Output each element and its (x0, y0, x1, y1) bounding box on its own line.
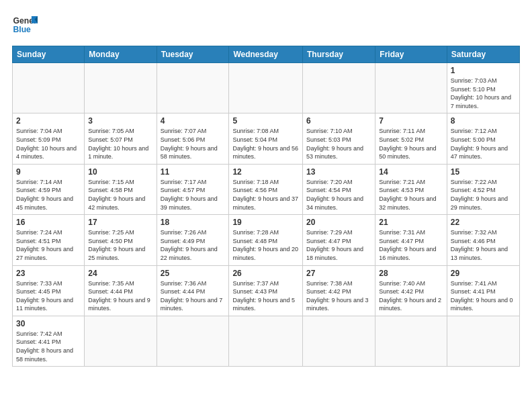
day-info: Sunrise: 7:05 AM Sunset: 5:07 PM Dayligh… (88, 127, 152, 161)
day-info: Sunrise: 7:07 AM Sunset: 5:06 PM Dayligh… (161, 127, 226, 161)
calendar-day-cell: 12Sunrise: 7:18 AM Sunset: 4:56 PM Dayli… (229, 164, 303, 214)
day-number: 20 (306, 218, 371, 227)
calendar-day-cell: 14Sunrise: 7:21 AM Sunset: 4:53 PM Dayli… (375, 164, 447, 214)
day-info: Sunrise: 7:35 AM Sunset: 4:44 PM Dayligh… (88, 279, 152, 313)
weekday-header-thursday: Thursday (303, 46, 375, 63)
day-number: 26 (232, 269, 299, 278)
calendar-day-cell: 26Sunrise: 7:37 AM Sunset: 4:43 PM Dayli… (229, 265, 303, 316)
day-info: Sunrise: 7:24 AM Sunset: 4:51 PM Dayligh… (16, 228, 81, 262)
day-number: 9 (16, 167, 81, 177)
calendar-day-cell: 5Sunrise: 7:08 AM Sunset: 5:04 PM Daylig… (229, 113, 303, 164)
day-number: 13 (306, 167, 371, 177)
weekday-header-monday: Monday (85, 46, 157, 63)
weekday-header-tuesday: Tuesday (157, 46, 229, 63)
calendar-week-row: 9Sunrise: 7:14 AM Sunset: 4:59 PM Daylig… (13, 164, 520, 214)
weekday-header-sunday: Sunday (13, 46, 85, 63)
day-info: Sunrise: 7:04 AM Sunset: 5:09 PM Dayligh… (16, 127, 81, 161)
calendar-day-cell: 4Sunrise: 7:07 AM Sunset: 5:06 PM Daylig… (157, 113, 229, 164)
day-number: 23 (16, 269, 81, 278)
day-info: Sunrise: 7:03 AM Sunset: 5:10 PM Dayligh… (451, 77, 516, 110)
day-info: Sunrise: 7:12 AM Sunset: 5:00 PM Dayligh… (451, 127, 516, 161)
day-number: 10 (88, 167, 152, 177)
calendar-day-cell: 20Sunrise: 7:29 AM Sunset: 4:47 PM Dayli… (303, 215, 375, 265)
calendar-day-cell: 11Sunrise: 7:17 AM Sunset: 4:57 PM Dayli… (157, 164, 229, 214)
day-info: Sunrise: 7:33 AM Sunset: 4:45 PM Dayligh… (16, 279, 81, 313)
calendar-table: SundayMondayTuesdayWednesdayThursdayFrid… (12, 46, 520, 367)
calendar-day-cell: 23Sunrise: 7:33 AM Sunset: 4:45 PM Dayli… (13, 265, 85, 316)
day-number: 16 (16, 218, 81, 227)
day-number: 19 (232, 218, 299, 227)
day-info: Sunrise: 7:32 AM Sunset: 4:46 PM Dayligh… (451, 228, 516, 262)
calendar-day-cell (375, 316, 447, 366)
calendar-day-cell: 27Sunrise: 7:38 AM Sunset: 4:42 PM Dayli… (303, 265, 375, 316)
weekday-header-friday: Friday (375, 46, 447, 63)
day-number: 3 (88, 116, 152, 126)
day-number: 17 (88, 218, 152, 227)
day-info: Sunrise: 7:38 AM Sunset: 4:42 PM Dayligh… (306, 279, 371, 313)
day-number: 8 (451, 116, 516, 126)
day-info: Sunrise: 7:08 AM Sunset: 5:04 PM Dayligh… (232, 127, 299, 161)
day-info: Sunrise: 7:22 AM Sunset: 4:52 PM Dayligh… (451, 178, 516, 212)
day-number: 2 (16, 116, 81, 126)
calendar-day-cell: 17Sunrise: 7:25 AM Sunset: 4:50 PM Dayli… (85, 215, 157, 265)
day-info: Sunrise: 7:10 AM Sunset: 5:03 PM Dayligh… (306, 127, 371, 161)
day-info: Sunrise: 7:17 AM Sunset: 4:57 PM Dayligh… (161, 178, 226, 212)
calendar-day-cell: 28Sunrise: 7:40 AM Sunset: 4:42 PM Dayli… (375, 265, 447, 316)
day-info: Sunrise: 7:15 AM Sunset: 4:58 PM Dayligh… (88, 178, 152, 212)
day-info: Sunrise: 7:29 AM Sunset: 4:47 PM Dayligh… (306, 228, 371, 262)
calendar-day-cell (157, 63, 229, 113)
day-info: Sunrise: 7:11 AM Sunset: 5:02 PM Dayligh… (379, 127, 443, 161)
day-number: 18 (161, 218, 226, 227)
day-number: 7 (379, 116, 443, 126)
day-number: 14 (379, 167, 443, 177)
calendar-day-cell (13, 63, 85, 113)
day-info: Sunrise: 7:40 AM Sunset: 4:42 PM Dayligh… (379, 279, 443, 313)
calendar-week-row: 2Sunrise: 7:04 AM Sunset: 5:09 PM Daylig… (13, 113, 520, 164)
day-number: 12 (232, 167, 299, 177)
day-number: 27 (306, 269, 371, 278)
day-number: 1 (451, 66, 516, 75)
calendar-day-cell (229, 63, 303, 113)
logo: General Blue (12, 12, 38, 38)
day-info: Sunrise: 7:36 AM Sunset: 4:44 PM Dayligh… (161, 279, 226, 313)
calendar-day-cell: 9Sunrise: 7:14 AM Sunset: 4:59 PM Daylig… (13, 164, 85, 214)
day-number: 11 (161, 167, 226, 177)
day-number: 4 (161, 116, 226, 126)
day-number: 29 (451, 269, 516, 278)
header-section: General Blue (12, 12, 520, 38)
calendar-day-cell (85, 63, 157, 113)
day-info: Sunrise: 7:28 AM Sunset: 4:48 PM Dayligh… (232, 228, 299, 262)
calendar-day-cell: 13Sunrise: 7:20 AM Sunset: 4:54 PM Dayli… (303, 164, 375, 214)
day-info: Sunrise: 7:25 AM Sunset: 4:50 PM Dayligh… (88, 228, 152, 262)
calendar-day-cell: 2Sunrise: 7:04 AM Sunset: 5:09 PM Daylig… (13, 113, 85, 164)
calendar-day-cell: 3Sunrise: 7:05 AM Sunset: 5:07 PM Daylig… (85, 113, 157, 164)
day-info: Sunrise: 7:18 AM Sunset: 4:56 PM Dayligh… (232, 178, 299, 212)
calendar-day-cell: 7Sunrise: 7:11 AM Sunset: 5:02 PM Daylig… (375, 113, 447, 164)
calendar-week-row: 1Sunrise: 7:03 AM Sunset: 5:10 PM Daylig… (13, 63, 520, 113)
day-number: 6 (306, 116, 371, 126)
calendar-week-row: 23Sunrise: 7:33 AM Sunset: 4:45 PM Dayli… (13, 265, 520, 316)
day-number: 28 (379, 269, 443, 278)
weekday-header-row: SundayMondayTuesdayWednesdayThursdayFrid… (13, 46, 520, 63)
calendar-day-cell: 1Sunrise: 7:03 AM Sunset: 5:10 PM Daylig… (447, 63, 519, 113)
day-info: Sunrise: 7:26 AM Sunset: 4:49 PM Dayligh… (161, 228, 226, 262)
calendar-day-cell: 29Sunrise: 7:41 AM Sunset: 4:41 PM Dayli… (447, 265, 519, 316)
day-number: 30 (16, 319, 81, 328)
day-info: Sunrise: 7:42 AM Sunset: 4:41 PM Dayligh… (16, 330, 81, 363)
day-info: Sunrise: 7:20 AM Sunset: 4:54 PM Dayligh… (306, 178, 371, 212)
calendar-day-cell (303, 63, 375, 113)
weekday-header-wednesday: Wednesday (229, 46, 303, 63)
day-info: Sunrise: 7:31 AM Sunset: 4:47 PM Dayligh… (379, 228, 443, 262)
weekday-header-saturday: Saturday (447, 46, 519, 63)
calendar-week-row: 16Sunrise: 7:24 AM Sunset: 4:51 PM Dayli… (13, 215, 520, 265)
calendar-day-cell: 8Sunrise: 7:12 AM Sunset: 5:00 PM Daylig… (447, 113, 519, 164)
calendar-day-cell: 18Sunrise: 7:26 AM Sunset: 4:49 PM Dayli… (157, 215, 229, 265)
calendar-day-cell: 6Sunrise: 7:10 AM Sunset: 5:03 PM Daylig… (303, 113, 375, 164)
day-number: 15 (451, 167, 516, 177)
calendar-day-cell (303, 316, 375, 366)
calendar-day-cell: 21Sunrise: 7:31 AM Sunset: 4:47 PM Dayli… (375, 215, 447, 265)
calendar-day-cell: 10Sunrise: 7:15 AM Sunset: 4:58 PM Dayli… (85, 164, 157, 214)
day-number: 24 (88, 269, 152, 278)
day-number: 5 (232, 116, 299, 126)
svg-text:Blue: Blue (13, 25, 32, 34)
